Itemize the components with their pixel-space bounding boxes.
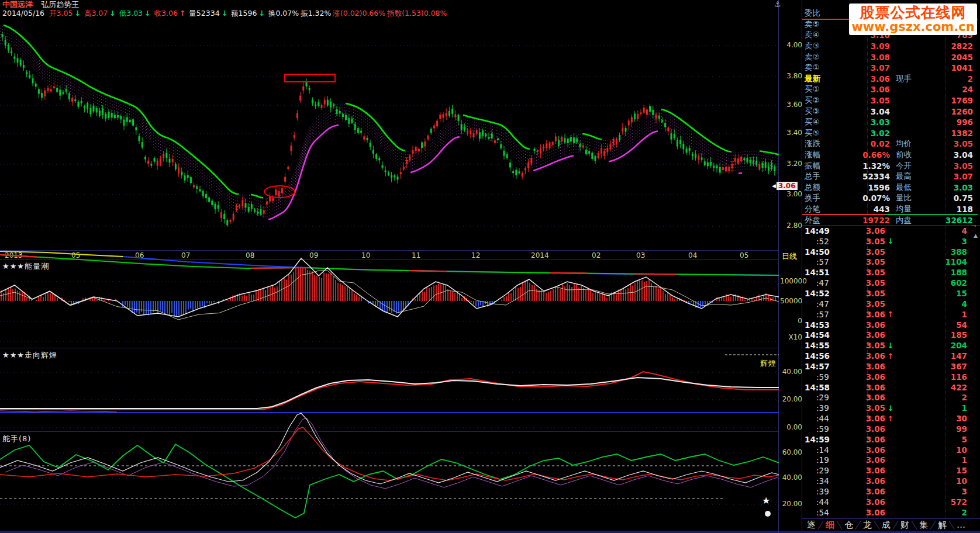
scroll-up-icon[interactable]: ▲ (974, 233, 978, 238)
sell-row[interactable]: 卖③3.092822 (802, 41, 980, 52)
tick-time: 14:57 (802, 362, 838, 371)
tick-price: 3.06 (838, 362, 885, 371)
sell-row[interactable]: 卖②3.082045 (802, 51, 980, 63)
tick-row: 14:513.05188 (802, 267, 975, 278)
buy-level-label: 买④ (802, 117, 841, 127)
tick-time: :44 (802, 497, 838, 507)
stat-label: 量比 (896, 193, 930, 203)
stat-label: 振幅 (802, 161, 841, 171)
axis-tick-label: 20.00 (780, 396, 802, 403)
tick-volume: 2 (896, 393, 975, 402)
buy-row[interactable]: 买⑤3.021382 (802, 128, 980, 139)
axis-tick-label: 3.00 (780, 191, 802, 198)
stat-label: 外盘 (802, 215, 841, 226)
sell-row[interactable]: 卖①3.071041 (802, 63, 980, 74)
stat-label: 前收 (896, 150, 930, 160)
stat-label: 今开 (896, 161, 930, 171)
tick-row: 14:533.0654 (802, 320, 975, 330)
buy-row[interactable]: 买④3.03996 (802, 117, 980, 128)
sell-level-label: 卖③ (802, 41, 841, 51)
buy-row[interactable]: 买②3.051769 (802, 95, 980, 106)
tick-volume: 3 (896, 237, 975, 246)
tick-row: :293.062 (802, 393, 975, 403)
tick-list[interactable]: 14:493.064:523.05↓314:503.05388:573.0511… (802, 226, 975, 518)
stat-value: 19722 (841, 216, 890, 225)
buy-row[interactable]: 买③3.041260 (802, 106, 980, 117)
tick-volume: 54 (896, 320, 975, 330)
tick-price: 3.06 (838, 351, 885, 361)
tick-price: 3.05 (838, 299, 885, 309)
tick-volume: 602 (896, 278, 975, 288)
panel-title-glory: ★★★走向辉煌 (2, 350, 57, 361)
helm-white-line (0, 413, 779, 484)
tick-price: 3.06 (838, 476, 885, 486)
stat-row: 外盘19722内盘32612 (802, 214, 980, 226)
stat-label: 总额 (802, 182, 841, 193)
trend-band-green (251, 195, 263, 198)
sell-level-label: 卖② (802, 52, 841, 63)
charts-canvas[interactable]: ★ (0, 0, 779, 533)
tick-volume: 1 (896, 455, 975, 465)
ma-ribbon-line (0, 29, 779, 202)
tick-volume: 5 (896, 435, 975, 444)
tick-price: 3.06 (838, 445, 885, 455)
sell-price: 3.08 (841, 53, 890, 62)
obv-signal-line (0, 271, 779, 320)
tick-time: 14:53 (802, 320, 838, 330)
tick-price: 3.06 (838, 497, 885, 507)
tab-…[interactable]: … (952, 520, 970, 530)
stat-row: 涨跌0.02均价3.05 (802, 139, 980, 150)
stat-label: 均量 (896, 204, 930, 214)
anchor-icon[interactable]: ⚓ (774, 0, 781, 9)
obv-ma-blue (123, 257, 779, 275)
axis-tick-label: 3.80 (780, 72, 802, 80)
tick-price: 3.05 (838, 257, 885, 266)
dot-marker-icon (765, 511, 771, 517)
stat-value: 3.05 (930, 161, 980, 171)
tick-time: 14:55 (802, 341, 838, 350)
axis-tick-label: 50000 (780, 297, 802, 305)
tick-time: :44 (802, 414, 838, 423)
tick-volume: 1 (896, 310, 975, 319)
tick-time: :52 (802, 237, 838, 246)
tick-row: :543.062 (802, 507, 975, 518)
trend-band-magenta (268, 125, 339, 220)
tick-row: 14:543.06185 (802, 330, 975, 340)
tick-time: :19 (802, 455, 838, 465)
obv-ma-green (0, 255, 779, 275)
stat-value: 3.03 (930, 183, 980, 192)
buy-price: 3.04 (841, 107, 890, 116)
buy-level-label: 买① (802, 84, 841, 95)
tick-price: 3.06 (838, 310, 885, 319)
tick-price: 3.05 (838, 403, 885, 413)
tick-volume: 367 (896, 362, 975, 371)
stat-value: 118 (930, 205, 980, 214)
axis-tick-label: 2.80 (780, 222, 802, 230)
obv-ma-red-segment (0, 255, 37, 257)
tick-row: 14:503.05388 (802, 247, 975, 257)
period-label[interactable]: 日线 (782, 251, 797, 262)
tick-time: 14:51 (802, 268, 838, 277)
sell-level-label: 卖① (802, 63, 841, 73)
tick-row: 14:523.0515 (802, 288, 975, 299)
obv-ma-red-segment (409, 271, 447, 271)
tick-volume: 116 (896, 372, 975, 382)
tick-volume: 1104 (896, 257, 975, 266)
stat-row: 换手0.07%量比0.75 (802, 193, 980, 204)
stat-value: 52334 (841, 172, 890, 181)
buy-row[interactable]: 买①3.0624 (802, 84, 980, 95)
axis-tick-label: X10 (780, 334, 802, 341)
tick-time: :29 (802, 393, 838, 402)
sell-volume: 1041 (890, 63, 980, 72)
axis-tick-label: 4.00 (780, 41, 802, 49)
tick-row: :143.0610 (802, 445, 975, 455)
hand-label: 现手 (896, 74, 930, 84)
buy-level-label: 买③ (802, 106, 841, 117)
stat-label: 总手 (802, 171, 841, 182)
tick-price: 3.05 (838, 268, 885, 277)
tick-time: :39 (802, 487, 838, 496)
tick-volume: 204 (896, 341, 975, 350)
current-price-value: 3.06 (777, 182, 798, 190)
tick-volume: 388 (896, 247, 975, 257)
tick-price: 3.06 (838, 372, 885, 382)
